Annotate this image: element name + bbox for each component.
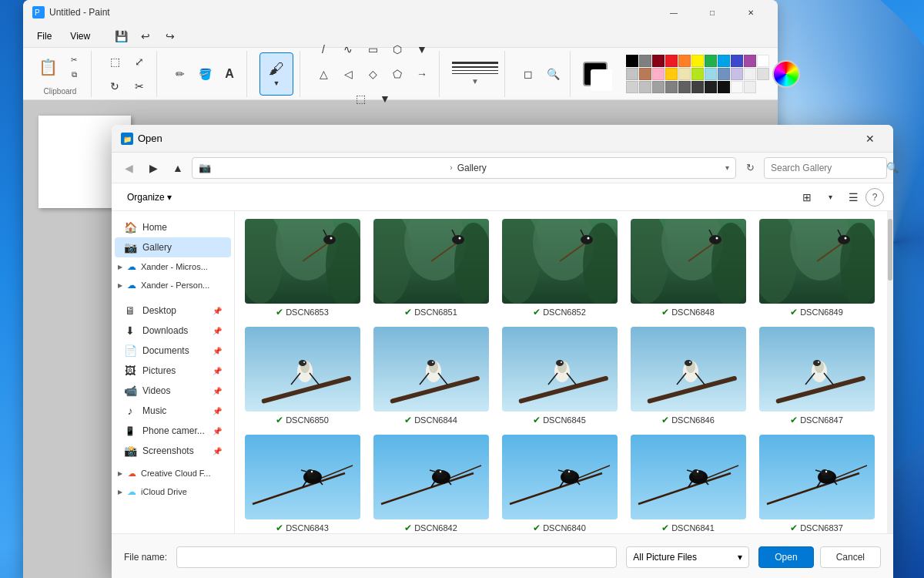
cut-btn[interactable]: ✂ — [63, 52, 85, 66]
polygon-btn[interactable]: ⬡ — [387, 39, 408, 60]
tri-btn[interactable]: △ — [313, 63, 334, 85]
scrollbar-thumb[interactable] — [888, 219, 892, 281]
color-swatch[interactable] — [731, 55, 743, 67]
shape-down-btn[interactable]: ▼ — [411, 39, 433, 60]
sidebar-expander-personal[interactable]: ▶ ☁ Xander - Person... — [112, 276, 234, 294]
sidebar-item-home[interactable]: 🏠 Home — [115, 217, 231, 237]
colorpick-btn[interactable]: 🔍 — [542, 63, 564, 85]
pencil-btn[interactable]: ✏ — [169, 63, 191, 85]
save-quick-btn[interactable]: 💾 — [110, 25, 132, 47]
sidebar-item-gallery[interactable]: 📷 Gallery — [115, 237, 231, 257]
file-menu[interactable]: File — [29, 28, 59, 45]
nav-forward-button[interactable]: ▶ — [142, 157, 164, 179]
color-swatch[interactable] — [652, 68, 665, 80]
search-bar[interactable]: 🔍 — [764, 157, 887, 179]
filename-input[interactable] — [176, 546, 617, 568]
color-swatch[interactable] — [665, 68, 678, 80]
dialog-close-button[interactable]: ✕ — [856, 128, 884, 150]
view-details-button[interactable]: ☰ — [842, 187, 864, 208]
copy-btn[interactable]: ⧉ — [63, 68, 85, 82]
color-swatch[interactable] — [665, 55, 678, 67]
sidebar-item-videos[interactable]: 📹 Videos 📌 — [115, 381, 231, 401]
color-swatch[interactable] — [626, 68, 638, 80]
image-item[interactable]: ✔DSCN6852 — [498, 217, 621, 319]
color-swatch[interactable] — [691, 68, 704, 80]
rect-shape-btn[interactable]: ▭ — [362, 39, 383, 60]
sidebar-item-phone-camera[interactable]: 📱 Phone camer... 📌 — [115, 421, 231, 441]
color-swatch[interactable] — [705, 55, 717, 67]
image-item[interactable]: ✔DSCN6840 — [498, 433, 621, 533]
view-large-icons-button[interactable]: ⊞ — [796, 187, 818, 208]
undo-btn[interactable]: ↩ — [135, 25, 156, 47]
color-swatch[interactable] — [718, 81, 730, 93]
color-swatch[interactable] — [718, 68, 730, 80]
color-swatch[interactable] — [678, 81, 691, 93]
color-swatch[interactable] — [691, 81, 704, 93]
fill-btn[interactable]: 🪣 — [194, 63, 216, 85]
arrow-btn[interactable]: → — [411, 63, 433, 85]
paste-btn[interactable]: 📋 — [35, 52, 60, 82]
select-rect-btn[interactable]: ⬚ — [104, 51, 126, 72]
color-swatch[interactable] — [678, 68, 691, 80]
color-swatch[interactable] — [639, 55, 651, 67]
color-swatch[interactable] — [718, 55, 730, 67]
fill-shape-btn[interactable]: ▼ — [374, 88, 396, 109]
color-swatch[interactable] — [691, 55, 704, 67]
filetype-select[interactable]: All Picture Files ▾ — [626, 546, 749, 568]
sidebar-item-downloads[interactable]: ⬇ Downloads 📌 — [115, 321, 231, 341]
image-item[interactable]: ✔DSCN6847 — [755, 325, 878, 427]
redo-btn[interactable]: ↪ — [159, 25, 181, 47]
paint-minimize-button[interactable]: — — [656, 0, 691, 25]
color-swatch[interactable] — [744, 68, 756, 80]
outline-btn[interactable]: ⬚ — [350, 88, 371, 109]
sidebar-item-music[interactable]: ♪ Music 📌 — [115, 401, 231, 421]
image-item[interactable]: ✔DSCN6849 — [755, 217, 878, 319]
color-swatch[interactable] — [705, 81, 717, 93]
image-item[interactable]: ✔DSCN6845 — [498, 325, 621, 427]
image-item[interactable]: ✔DSCN6843 — [241, 433, 363, 533]
image-item[interactable]: ✔DSCN6851 — [370, 217, 492, 319]
color-swatch[interactable] — [757, 68, 769, 80]
sidebar-item-documents[interactable]: 📄 Documents 📌 — [115, 341, 231, 361]
color-swatch[interactable] — [731, 81, 743, 93]
nav-up-button[interactable]: ▲ — [167, 157, 189, 179]
sidebar-expander-icloud[interactable]: ▶ ☁ iCloud Drive — [112, 482, 234, 501]
paint-maximize-button[interactable]: □ — [695, 0, 730, 25]
resize-btn[interactable]: ⤢ — [129, 51, 150, 72]
color-swatch[interactable] — [626, 81, 638, 93]
open-button[interactable]: Open — [758, 546, 813, 568]
color-swatch[interactable] — [652, 81, 665, 93]
sidebar-item-screenshots[interactable]: 📸 Screenshots 📌 — [115, 441, 231, 461]
view-dropdown-button[interactable]: ▾ — [819, 187, 841, 208]
help-button[interactable]: ? — [865, 188, 884, 207]
image-item[interactable]: ✔DSCN6850 — [241, 325, 363, 427]
scrollbar-track[interactable] — [887, 211, 893, 533]
line-btn[interactable]: / — [313, 39, 334, 60]
curve-btn[interactable]: ∿ — [337, 39, 359, 60]
image-item[interactable]: ✔DSCN6844 — [370, 325, 492, 427]
sidebar-item-desktop[interactable]: 🖥 Desktop 📌 — [115, 301, 231, 321]
primary-color-swatch[interactable] — [583, 62, 608, 86]
diamond-btn[interactable]: ◇ — [362, 63, 383, 85]
rotate-btn[interactable]: ↻ — [104, 76, 126, 97]
color-swatch[interactable] — [652, 55, 665, 67]
image-item[interactable]: ✔DSCN6846 — [627, 325, 749, 427]
image-item[interactable]: ✔DSCN6853 — [241, 217, 363, 319]
color-swatch[interactable] — [639, 81, 651, 93]
sidebar-expander-cc[interactable]: ▶ ☁ Creative Cloud F... — [112, 464, 234, 482]
image-item[interactable]: ✔DSCN6842 — [370, 433, 492, 533]
organize-button[interactable]: Organize ▾ — [121, 189, 178, 206]
nav-back-button[interactable]: ◀ — [118, 157, 139, 179]
color-swatch[interactable] — [757, 55, 769, 67]
color-swatch[interactable] — [731, 68, 743, 80]
color-swatch[interactable] — [744, 55, 756, 67]
paint-close-button[interactable]: ✕ — [733, 0, 768, 25]
color-swatch[interactable] — [626, 55, 638, 67]
color-swatch[interactable] — [705, 68, 717, 80]
image-item[interactable]: ✔DSCN6841 — [627, 433, 749, 533]
eraser-btn[interactable]: ◻ — [517, 63, 539, 85]
address-bar[interactable]: 📷 › Gallery ▾ — [192, 157, 736, 179]
color-wheel-btn[interactable] — [772, 60, 800, 88]
view-menu[interactable]: View — [62, 28, 98, 45]
search-input[interactable] — [771, 163, 886, 173]
